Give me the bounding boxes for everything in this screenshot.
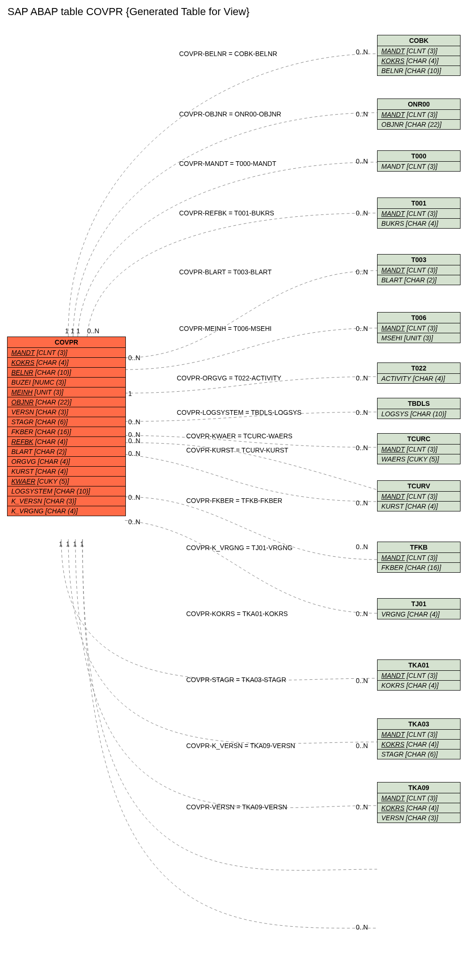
entity-field: MSEHI [UNIT (3)] — [378, 333, 460, 343]
relation-label: COVPR-MANDT = T000-MANDT — [179, 160, 276, 167]
cardinality: 1 — [66, 540, 70, 548]
cardinality: 0..N — [356, 374, 368, 382]
entity-field: MANDT [CLNT (3)] — [378, 265, 460, 275]
entity-field: MANDT [CLNT (3)] — [378, 209, 460, 219]
cardinality: 0..N — [356, 543, 368, 551]
entity-tbdls: TBDLSLOGSYS [CHAR (10)] — [377, 398, 461, 419]
page-title: SAP ABAP table COVPR {Generated Table fo… — [0, 0, 469, 21]
relation-label: COVPR-BELNR = COBK-BELNR — [179, 50, 277, 58]
entity-field: BELNR [CHAR (10)] — [378, 66, 460, 75]
cardinality: 0..N — [128, 494, 140, 501]
entity-t001: T001MANDT [CLNT (3)]BUKRS [CHAR (4)] — [377, 198, 461, 229]
entity-title: T001 — [378, 198, 460, 209]
entity-field: BELNR [CHAR (10)] — [8, 368, 125, 378]
entity-field: KURST [CHAR (4)] — [378, 502, 460, 511]
relation-label: COVPR-MEINH = T006-MSEHI — [179, 325, 272, 332]
entity-field: VERSN [CHAR (3)] — [8, 407, 125, 417]
entity-field: MANDT [CLNT (3)] — [378, 492, 460, 502]
entity-field: KURST [CHAR (4)] — [8, 467, 125, 477]
entity-title: T022 — [378, 363, 460, 374]
entity-field: MANDT [CLNT (3)] — [8, 348, 125, 358]
entity-tfkb: TFKBMANDT [CLNT (3)]FKBER [CHAR (16)] — [377, 542, 461, 573]
entity-title: TCURC — [378, 434, 460, 445]
entity-field: BUZEI [NUMC (3)] — [8, 378, 125, 387]
entity-field: K_VRGNG [CHAR (4)] — [8, 506, 125, 516]
entity-title: COVPR — [8, 337, 125, 348]
entity-field: ORGVG [CHAR (4)] — [8, 457, 125, 467]
relation-label: COVPR-K_VERSN = TKA09-VERSN — [186, 742, 295, 749]
entity-onr00: ONR00MANDT [CLNT (3)]OBJNR [CHAR (22)] — [377, 99, 461, 130]
entity-field: MANDT [CLNT (3)] — [378, 553, 460, 563]
entity-field: BLART [CHAR (2)] — [8, 447, 125, 457]
entity-field: KOKRS [CHAR (4)] — [378, 681, 460, 690]
entity-tj01: TJ01VRGNG [CHAR (4)] — [377, 598, 461, 619]
cardinality: 0..N — [128, 450, 140, 457]
cardinality: 0..N — [356, 923, 368, 931]
entity-field: LOGSYSTEM [CHAR (10)] — [8, 486, 125, 496]
entity-title: TKA01 — [378, 660, 460, 671]
entity-field: VRGNG [CHAR (4)] — [378, 609, 460, 619]
relation-label: COVPR-K_VRGNG = TJ01-VRGNG — [186, 544, 293, 552]
cardinality: 0..N — [128, 437, 140, 445]
cardinality: 1 — [128, 390, 132, 397]
cardinality: 0..N — [356, 325, 368, 332]
entity-field: VERSN [CHAR (3)] — [378, 813, 460, 823]
cardinality: 1 — [65, 327, 69, 335]
entity-field: REFBK [CHAR (4)] — [8, 437, 125, 447]
entity-field: FKBER [CHAR (16)] — [378, 563, 460, 572]
entity-field: LOGSYS [CHAR (10)] — [378, 409, 460, 419]
entity-field: WAERS [CUKY (5)] — [378, 454, 460, 464]
entity-field: MANDT [CLNT (3)] — [378, 730, 460, 740]
cardinality: 0..N — [356, 48, 368, 56]
cardinality: 0..N — [356, 444, 368, 452]
entity-title: TFKB — [378, 542, 460, 553]
entity-field: BLART [CHAR (2)] — [378, 275, 460, 285]
cardinality: 0..N — [356, 499, 368, 507]
cardinality: 0..N — [87, 327, 99, 335]
entity-title: TKA09 — [378, 782, 460, 793]
entity-field: MANDT [CLNT (3)] — [378, 671, 460, 681]
cardinality: 0..N — [356, 110, 368, 118]
relation-label: COVPR-REFBK = T001-BUKRS — [179, 209, 274, 217]
cardinality: 1 — [73, 540, 77, 548]
entity-t000: T000MANDT [CLNT (3)] — [377, 150, 461, 172]
cardinality: 0..N — [128, 518, 140, 526]
cardinality: 0..N — [356, 409, 368, 416]
entity-tcurv: TCURVMANDT [CLNT (3)]KURST [CHAR (4)] — [377, 480, 461, 511]
cardinality: 1 — [71, 327, 74, 335]
entity-field: STAGR [CHAR (6)] — [378, 749, 460, 759]
entity-field: MANDT [CLNT (3)] — [378, 793, 460, 803]
entity-title: TCURV — [378, 481, 460, 492]
entity-covpr: COVPRMANDT [CLNT (3)]KOKRS [CHAR (4)]BEL… — [7, 337, 126, 516]
entity-field: MANDT [CLNT (3)] — [378, 323, 460, 333]
cardinality: 0..N — [356, 268, 368, 276]
relation-label: COVPR-KWAER = TCURC-WAERS — [186, 432, 292, 440]
relation-label: COVPR-STAGR = TKA03-STAGR — [186, 676, 286, 684]
entity-t003: T003MANDT [CLNT (3)]BLART [CHAR (2)] — [377, 254, 461, 285]
entity-title: TKA03 — [378, 719, 460, 730]
entity-field: MANDT [CLNT (3)] — [378, 110, 460, 120]
entity-title: COBK — [378, 35, 460, 46]
cardinality: 1 — [80, 540, 84, 548]
entity-field: STAGR [CHAR (6)] — [8, 417, 125, 427]
cardinality: 0..N — [356, 677, 368, 684]
cardinality: 0..N — [356, 209, 368, 217]
entity-cobk: COBKMANDT [CLNT (3)]KOKRS [CHAR (4)]BELN… — [377, 35, 461, 76]
entity-field: MEINH [UNIT (3)] — [8, 387, 125, 397]
entity-field: KOKRS [CHAR (4)] — [378, 56, 460, 66]
entity-title: T006 — [378, 313, 460, 323]
cardinality: 0..N — [356, 803, 368, 811]
relation-label: COVPR-BLART = T003-BLART — [179, 268, 272, 276]
relation-label: COVPR-ORGVG = T022-ACTIVITY — [177, 374, 281, 382]
entity-field: MANDT [CLNT (3)] — [378, 162, 460, 171]
entity-field: ACTIVITY [CHAR (4)] — [378, 374, 460, 383]
relation-label: COVPR-OBJNR = ONR00-OBJNR — [179, 110, 281, 118]
cardinality: 0..N — [128, 354, 140, 362]
entity-field: KOKRS [CHAR (4)] — [8, 358, 125, 368]
entity-field: OBJNR [CHAR (22)] — [8, 397, 125, 407]
entity-field: KOKRS [CHAR (4)] — [378, 740, 460, 749]
entity-field: OBJNR [CHAR (22)] — [378, 120, 460, 129]
entity-t022: T022ACTIVITY [CHAR (4)] — [377, 362, 461, 384]
cardinality: 0..N — [356, 610, 368, 618]
entity-field: FKBER [CHAR (16)] — [8, 427, 125, 437]
